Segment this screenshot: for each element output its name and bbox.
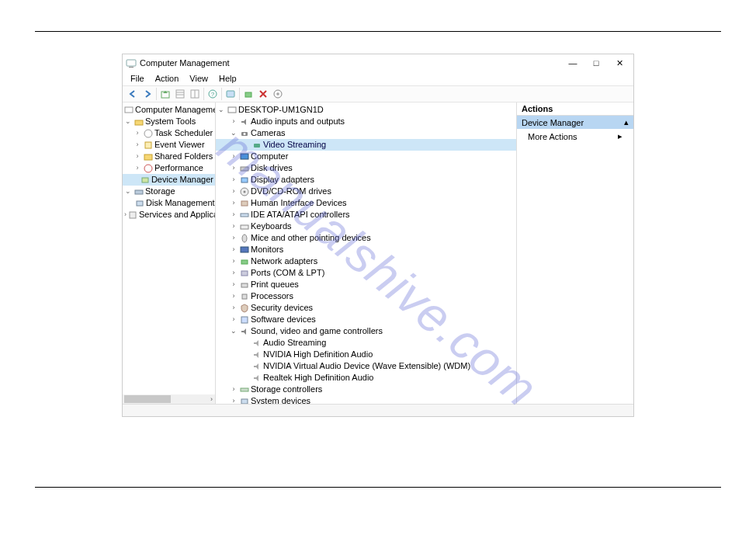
window: Computer Management — □ ✕ File Action Vi… bbox=[122, 54, 634, 417]
nav-shared-folders[interactable]: › Shared Folders bbox=[123, 151, 215, 162]
scrollbar-thumb[interactable] bbox=[124, 395, 171, 403]
dt-network[interactable]: ›Network adapters bbox=[216, 255, 516, 267]
horizontal-scrollbar[interactable]: › bbox=[123, 394, 215, 404]
more-actions-label: More Actions bbox=[528, 132, 577, 141]
dt-label: Disk drives bbox=[251, 162, 293, 174]
dt-mice[interactable]: ›Mice and other pointing devices bbox=[216, 232, 516, 244]
content: Computer Management (Local ⌄ System Tool… bbox=[123, 102, 633, 404]
svg-rect-35 bbox=[241, 214, 248, 217]
actions-header: Actions bbox=[517, 102, 633, 116]
dt-processors[interactable]: ›Processors bbox=[216, 290, 516, 302]
speaker-icon bbox=[251, 349, 262, 360]
dt-label: Software devices bbox=[251, 314, 316, 325]
printer-icon bbox=[239, 280, 249, 290]
update-driver-button[interactable] bbox=[241, 87, 255, 101]
dt-computer[interactable]: ›Computer bbox=[216, 151, 516, 162]
dt-storage-ctl[interactable]: ›Storage controllers bbox=[216, 384, 516, 395]
list-view-button[interactable] bbox=[173, 87, 187, 101]
speaker-icon bbox=[251, 338, 262, 348]
window-title: Computer Management bbox=[140, 58, 562, 68]
dt-software[interactable]: ›Software devices bbox=[216, 314, 516, 325]
dt-hid[interactable]: ›Human Interface Devices bbox=[216, 197, 516, 209]
software-icon bbox=[239, 314, 249, 325]
menu-file[interactable]: File bbox=[126, 73, 149, 84]
disc-icon bbox=[239, 186, 249, 196]
menu-help[interactable]: Help bbox=[214, 73, 241, 84]
dt-disk-drives[interactable]: ›Disk drives bbox=[216, 162, 516, 174]
dt-label: Storage controllers bbox=[251, 384, 322, 395]
svg-rect-28 bbox=[254, 144, 260, 148]
svg-rect-19 bbox=[144, 155, 152, 160]
maximize-button[interactable]: □ bbox=[585, 55, 607, 71]
nav-disk-management[interactable]: Disk Management bbox=[123, 197, 215, 209]
dt-dvd[interactable]: ›DVD/CD-ROM drives bbox=[216, 186, 516, 197]
dt-print[interactable]: ›Print queues bbox=[216, 279, 516, 290]
nav-root[interactable]: Computer Management (Local bbox=[123, 104, 215, 116]
dt-ide[interactable]: ›IDE ATA/ATAPI controllers bbox=[216, 209, 516, 221]
dt-display[interactable]: ›Display adapters bbox=[216, 174, 516, 186]
nav-system-tools[interactable]: ⌄ System Tools bbox=[123, 116, 215, 127]
nav-performance[interactable]: › Performance bbox=[123, 162, 215, 174]
port-icon bbox=[239, 268, 249, 278]
dt-label: IDE ATA/ATAPI controllers bbox=[251, 209, 350, 221]
dt-ports[interactable]: ›Ports (COM & LPT) bbox=[216, 267, 516, 279]
up-button[interactable] bbox=[158, 87, 172, 101]
dt-keyboards[interactable]: ›Keyboards bbox=[216, 221, 516, 232]
dt-nvidia-hd[interactable]: NVIDIA High Definition Audio bbox=[216, 349, 516, 360]
dt-label: Realtek High Definition Audio bbox=[263, 372, 373, 384]
svg-rect-21 bbox=[142, 178, 148, 182]
bottom-rule bbox=[35, 487, 721, 488]
svg-rect-11 bbox=[245, 92, 251, 97]
dt-video-streaming[interactable]: Video Streaming bbox=[216, 139, 516, 151]
caret-right-icon: › bbox=[230, 314, 238, 325]
dt-realtek[interactable]: Realtek High Definition Audio bbox=[216, 372, 516, 384]
svg-rect-18 bbox=[145, 142, 151, 148]
speaker-icon bbox=[239, 116, 249, 127]
forward-button[interactable] bbox=[140, 87, 154, 101]
uninstall-button[interactable] bbox=[256, 87, 270, 101]
dt-security[interactable]: ›Security devices bbox=[216, 302, 516, 314]
nav-event-viewer[interactable]: › Event Viewer bbox=[123, 139, 215, 151]
shield-icon bbox=[239, 303, 249, 313]
nav-storage[interactable]: ⌄ Storage bbox=[123, 186, 215, 197]
dt-label: DESKTOP-UM1GN1D bbox=[238, 104, 324, 116]
dt-root[interactable]: ⌄DESKTOP-UM1GN1D bbox=[216, 104, 516, 116]
nav-services[interactable]: › Services and Applications bbox=[123, 209, 215, 221]
back-button[interactable] bbox=[126, 87, 140, 101]
caret-right-icon: › bbox=[230, 197, 238, 209]
dt-audio-io[interactable]: ›Audio inputs and outputs bbox=[216, 116, 516, 127]
svg-rect-39 bbox=[241, 260, 248, 264]
svg-rect-22 bbox=[135, 190, 143, 194]
scan-button[interactable] bbox=[271, 87, 285, 101]
close-button[interactable]: ✕ bbox=[609, 55, 630, 71]
more-actions[interactable]: More Actions ▸ bbox=[517, 129, 633, 144]
scrollbar-arrow-right[interactable]: › bbox=[208, 395, 215, 403]
nav-task-scheduler[interactable]: › Task Scheduler bbox=[123, 127, 215, 139]
properties-button[interactable] bbox=[224, 87, 238, 101]
caret-right-icon: › bbox=[230, 209, 238, 221]
actions-panel: Actions Device Manager ▴ More Actions ▸ bbox=[517, 102, 633, 404]
drive-icon bbox=[239, 163, 249, 173]
dt-sound[interactable]: ⌄Sound, video and game controllers bbox=[216, 325, 516, 337]
dt-label: Sound, video and game controllers bbox=[251, 325, 383, 337]
dt-system-devices[interactable]: ›System devices bbox=[216, 395, 516, 404]
dt-audio-streaming[interactable]: Audio Streaming bbox=[216, 337, 516, 349]
actions-context[interactable]: Device Manager ▴ bbox=[517, 116, 633, 129]
svg-rect-25 bbox=[228, 107, 236, 113]
help-button[interactable]: ? bbox=[206, 87, 220, 101]
svg-rect-44 bbox=[241, 388, 248, 391]
mouse-icon bbox=[239, 233, 249, 243]
dt-cameras[interactable]: ⌄Cameras bbox=[216, 127, 516, 139]
hid-icon bbox=[239, 198, 249, 208]
svg-rect-24 bbox=[130, 212, 136, 218]
details-view-button[interactable] bbox=[188, 87, 202, 101]
nav-device-manager[interactable]: Device Manager bbox=[123, 174, 215, 186]
minimize-button[interactable]: — bbox=[562, 55, 584, 71]
menu-action[interactable]: Action bbox=[151, 73, 184, 84]
dt-nvidia-virtual[interactable]: NVIDIA Virtual Audio Device (Wave Extens… bbox=[216, 360, 516, 372]
dt-monitors[interactable]: ›Monitors bbox=[216, 244, 516, 255]
nav-label: Task Scheduler bbox=[154, 127, 213, 139]
menu-view[interactable]: View bbox=[185, 73, 213, 84]
folder-icon bbox=[143, 151, 153, 162]
menubar: File Action View Help bbox=[123, 71, 633, 85]
